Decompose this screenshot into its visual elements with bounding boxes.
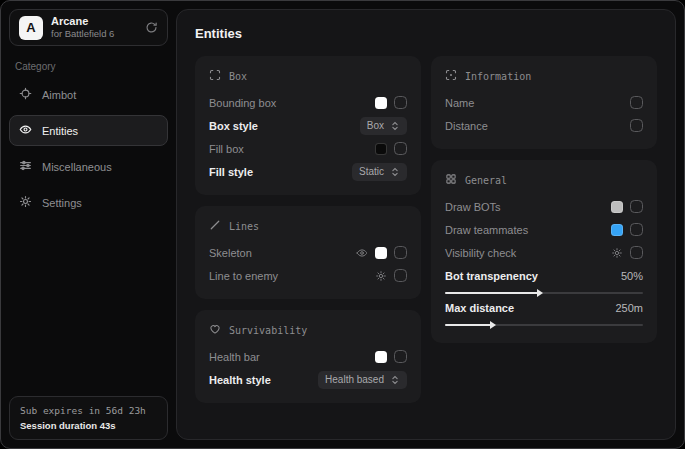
health-bar-checkbox[interactable] <box>394 350 407 363</box>
sidebar-item-miscellaneous[interactable]: Miscellaneous <box>9 151 168 182</box>
row-draw-bots: Draw BOTs <box>445 195 643 218</box>
row-label: Name <box>445 97 474 109</box>
bounding-box-checkbox[interactable] <box>394 96 407 109</box>
row-label: Fill box <box>209 143 244 155</box>
subscription-card: Sub expires in 56d 23h Session duration … <box>9 396 168 440</box>
line-to-enemy-checkbox[interactable] <box>394 269 407 282</box>
slider-label: Bot transpenency <box>445 270 538 282</box>
row-label: Skeleton <box>209 247 252 259</box>
chevrons-up-down-icon <box>390 167 400 177</box>
app-window: A Arcane for Battlefield 6 Category Aimb… <box>0 0 685 449</box>
panel-information: Information Name Distance <box>431 56 657 149</box>
grid-icon <box>445 173 457 187</box>
row-skeleton: Skeleton <box>209 241 407 264</box>
gear-small-icon[interactable] <box>375 270 387 282</box>
panel-title: Information <box>465 71 531 82</box>
sidebar-item-settings[interactable]: Settings <box>9 187 168 218</box>
slider-value: 250m <box>615 302 643 314</box>
color-swatch[interactable] <box>611 201 623 213</box>
color-swatch[interactable] <box>375 97 387 109</box>
row-distance: Distance <box>445 114 643 137</box>
panel-title: Box <box>229 71 247 82</box>
row-label: Draw BOTs <box>445 201 501 213</box>
chevrons-up-down-icon <box>390 375 400 385</box>
sidebar-item-aimbot[interactable]: Aimbot <box>9 79 168 110</box>
session-duration-text: Session duration 43s <box>20 420 157 431</box>
panel-box-header: Box <box>209 69 407 83</box>
draw-teammates-checkbox[interactable] <box>630 223 643 236</box>
right-column: Information Name Distance <box>431 56 657 403</box>
health-style-dropdown[interactable]: Health based <box>318 371 407 389</box>
box-style-dropdown[interactable]: Box <box>360 117 407 135</box>
draw-bots-checkbox[interactable] <box>630 200 643 213</box>
fill-style-dropdown[interactable]: Static <box>352 163 407 181</box>
distance-checkbox[interactable] <box>630 119 643 132</box>
name-checkbox[interactable] <box>630 96 643 109</box>
slider-label: Max distance <box>445 302 514 314</box>
row-label: Visibility check <box>445 247 516 259</box>
bot-transparency-slider[interactable] <box>445 292 643 294</box>
dropdown-value: Health based <box>325 374 384 385</box>
sidebar-item-entities[interactable]: Entities <box>9 115 168 146</box>
row-health-style: Health style Health based <box>209 368 407 391</box>
gear-icon <box>19 195 32 210</box>
panel-title: Survivability <box>229 325 307 336</box>
chevrons-up-down-icon <box>390 121 400 131</box>
gear-small-icon[interactable] <box>611 247 623 259</box>
left-column: Box Bounding box Box style Box <box>195 56 421 403</box>
fill-box-checkbox[interactable] <box>394 142 407 155</box>
panel-title: General <box>465 175 507 186</box>
scan-box-icon <box>209 69 221 83</box>
panel-lines: Lines Skeleton Line to enemy <box>195 206 421 299</box>
row-label: Fill style <box>209 166 253 178</box>
row-label: Bounding box <box>209 97 276 109</box>
slider-fill <box>445 324 491 326</box>
row-label: Distance <box>445 120 488 132</box>
row-label: Draw teammates <box>445 224 528 236</box>
dropdown-value: Static <box>359 166 384 177</box>
refresh-icon[interactable] <box>145 21 158 34</box>
skeleton-checkbox[interactable] <box>394 246 407 259</box>
dropdown-value: Box <box>367 120 384 131</box>
slider-value: 50% <box>621 270 643 282</box>
panel-general-header: General <box>445 173 643 187</box>
panel-columns: Box Bounding box Box style Box <box>195 56 657 403</box>
sidebar: A Arcane for Battlefield 6 Category Aimb… <box>1 1 176 448</box>
heart-icon <box>209 323 221 337</box>
row-health-bar: Health bar <box>209 345 407 368</box>
app-logo: A <box>19 16 43 40</box>
sidebar-item-label: Miscellaneous <box>42 161 112 173</box>
color-swatch[interactable] <box>375 247 387 259</box>
visibility-check-checkbox[interactable] <box>630 246 643 259</box>
eye-settings-icon[interactable] <box>356 247 368 259</box>
max-distance-slider[interactable] <box>445 324 643 326</box>
panel-title: Lines <box>229 221 259 232</box>
color-swatch[interactable] <box>375 351 387 363</box>
panel-survivability-header: Survivability <box>209 323 407 337</box>
max-distance-slider-group: Max distance 250m <box>445 299 643 326</box>
row-box-style: Box style Box <box>209 114 407 137</box>
page-title: Entities <box>195 26 657 41</box>
crosshair-icon <box>19 87 32 102</box>
bot-transparency-slider-group: Bot transpenency 50% <box>445 267 643 294</box>
panel-box: Box Bounding box Box style Box <box>195 56 421 195</box>
sub-expiry-text: Sub expires in 56d 23h <box>20 405 157 416</box>
row-fill-box: Fill box <box>209 137 407 160</box>
eye-icon <box>19 123 32 138</box>
row-draw-teammates: Draw teammates <box>445 218 643 241</box>
row-line-to-enemy: Line to enemy <box>209 264 407 287</box>
info-scan-icon <box>445 69 457 83</box>
sidebar-item-label: Aimbot <box>42 89 76 101</box>
color-swatch[interactable] <box>375 143 387 155</box>
panel-information-header: Information <box>445 69 643 83</box>
diagonal-line-icon <box>209 219 221 233</box>
slider-fill <box>445 292 538 294</box>
row-bounding-box: Bounding box <box>209 91 407 114</box>
row-visibility-check: Visibility check <box>445 241 643 264</box>
panel-lines-header: Lines <box>209 219 407 233</box>
row-fill-style: Fill style Static <box>209 160 407 183</box>
row-label: Health bar <box>209 351 260 363</box>
color-swatch[interactable] <box>611 224 623 236</box>
row-label: Box style <box>209 120 258 132</box>
app-name: Arcane <box>51 15 114 29</box>
